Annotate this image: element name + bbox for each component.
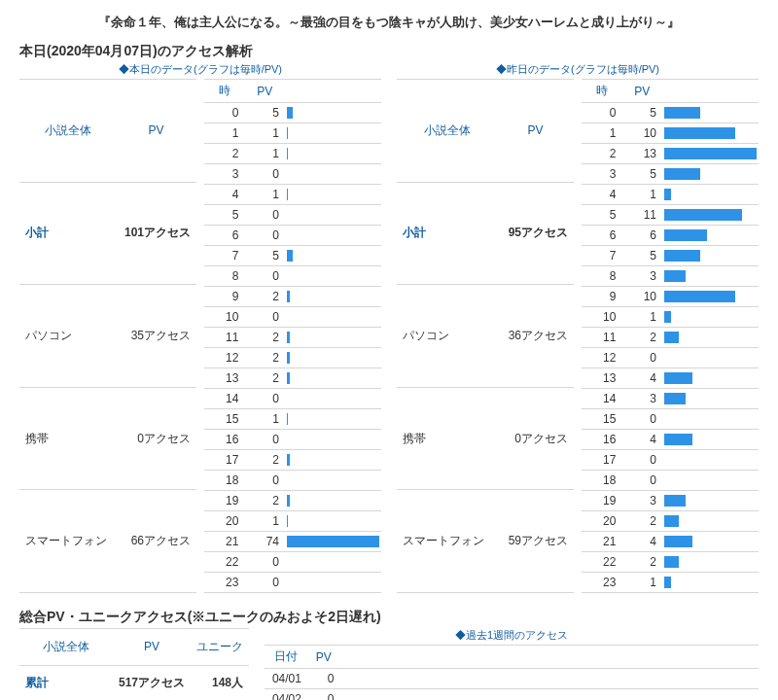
yest-summary-table: 小説全体PV 小計95アクセス パソコン36アクセス 携帯0アクセス スマートフ… bbox=[397, 79, 574, 593]
table-row: 112 bbox=[582, 328, 759, 348]
table-row: 41 bbox=[204, 185, 381, 205]
section-total-head: 総合PV・ユニークアクセス(※ユニークのみおよそ2日遅れ) bbox=[19, 609, 759, 626]
table-row: 172 bbox=[204, 450, 381, 471]
caption-weekly: ◆過去1週間のアクセス bbox=[265, 628, 759, 643]
today-summary-table: 小説全体PV 小計101アクセス パソコン35アクセス 携帯0アクセス スマート… bbox=[19, 79, 196, 593]
table-row: 75 bbox=[582, 246, 759, 266]
table-row: 192 bbox=[204, 491, 381, 511]
table-row: 05 bbox=[582, 103, 759, 123]
table-row: 170 bbox=[582, 450, 759, 471]
table-row: 164 bbox=[582, 430, 759, 450]
caption-yesterday: ◆昨日のデータ(グラフは毎時/PV) bbox=[397, 62, 759, 77]
table-row: 910 bbox=[582, 287, 759, 307]
table-row: 151 bbox=[204, 409, 381, 430]
today-hourly-chart: 時PV 051121304150607580921001121221321401… bbox=[204, 79, 381, 593]
table-row: 511 bbox=[582, 205, 759, 226]
table-row: 66 bbox=[582, 226, 759, 246]
weekly-chart: 日付PV 04/01004/02004/03004/0417304/051480… bbox=[265, 645, 759, 700]
table-row: 100 bbox=[204, 307, 381, 328]
table-row: 11 bbox=[204, 123, 381, 144]
table-row: 101 bbox=[582, 307, 759, 328]
table-row: 222 bbox=[582, 552, 759, 573]
table-row: 110 bbox=[582, 123, 759, 144]
table-row: 92 bbox=[204, 287, 381, 307]
table-row: 05 bbox=[204, 103, 381, 123]
table-row: 201 bbox=[204, 511, 381, 532]
table-row: 143 bbox=[582, 389, 759, 409]
table-row: 75 bbox=[204, 246, 381, 266]
table-row: 04/010 bbox=[265, 669, 759, 689]
table-row: 213 bbox=[582, 144, 759, 164]
total-summary-table: 小説全体PVユニーク 累計517アクセス148人 パソコン206アクセス69人 … bbox=[19, 628, 249, 700]
page-title: 『余命１年、俺は主人公になる。～最強の目をもつ陰キャが人助け、美少女ハーレムと成… bbox=[19, 14, 759, 31]
table-row: 231 bbox=[582, 573, 759, 593]
table-row: 35 bbox=[582, 164, 759, 185]
table-row: 122 bbox=[204, 348, 381, 368]
table-row: 50 bbox=[204, 205, 381, 226]
table-row: 140 bbox=[204, 389, 381, 409]
table-row: 60 bbox=[204, 226, 381, 246]
table-row: 112 bbox=[204, 328, 381, 348]
table-row: 230 bbox=[204, 573, 381, 593]
caption-today: ◆本日のデータ(グラフは毎時/PV) bbox=[19, 62, 381, 77]
section-today-head: 本日(2020年04月07日)のアクセス解析 bbox=[19, 43, 759, 60]
table-row: 202 bbox=[582, 511, 759, 532]
table-row: 193 bbox=[582, 491, 759, 511]
table-row: 180 bbox=[582, 471, 759, 491]
table-row: 83 bbox=[582, 266, 759, 287]
table-row: 120 bbox=[582, 348, 759, 368]
table-row: 80 bbox=[204, 266, 381, 287]
table-row: 150 bbox=[582, 409, 759, 430]
table-row: 160 bbox=[204, 430, 381, 450]
table-row: 180 bbox=[204, 471, 381, 491]
table-row: 220 bbox=[204, 552, 381, 573]
table-row: 214 bbox=[582, 532, 759, 552]
table-row: 04/020 bbox=[265, 689, 759, 701]
table-row: 2174 bbox=[204, 532, 381, 552]
table-row: 132 bbox=[204, 368, 381, 389]
table-row: 30 bbox=[204, 164, 381, 185]
yest-hourly-chart: 時PV 051102133541511667583910101112120134… bbox=[582, 79, 759, 593]
table-row: 21 bbox=[204, 144, 381, 164]
table-row: 41 bbox=[582, 185, 759, 205]
table-row: 134 bbox=[582, 368, 759, 389]
